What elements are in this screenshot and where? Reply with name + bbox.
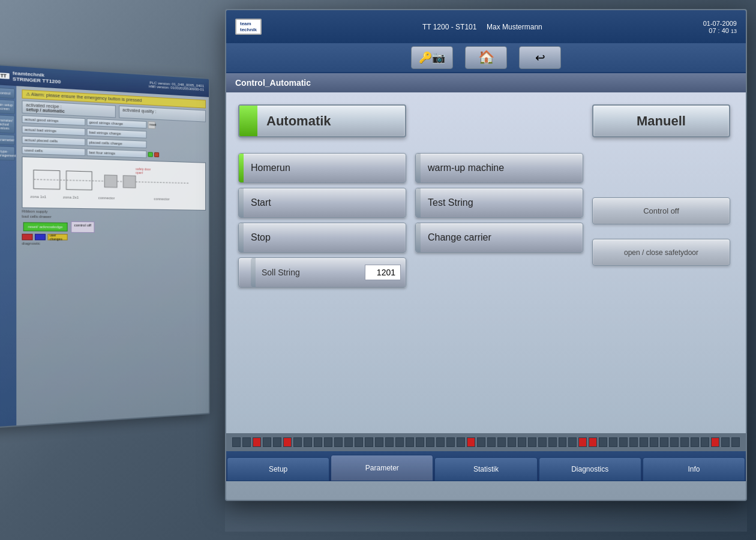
progress-cell-43 — [670, 437, 679, 447]
test-string-indicator — [416, 188, 421, 217]
manuell-label: Manuell — [637, 113, 686, 129]
safety-door-button[interactable]: open / close safetydoor — [592, 239, 730, 266]
col-middle-spacer — [415, 104, 583, 137]
bg-flags: user changes — [22, 234, 206, 241]
progress-cell-42 — [660, 437, 668, 447]
progress-cell-17 — [406, 437, 414, 447]
progress-cell-15 — [385, 437, 394, 447]
tab-setup[interactable]: Setup — [227, 457, 329, 481]
bg-sidebar-main-setup[interactable]: main setup screen — [0, 99, 15, 115]
bg-field-bad-strings: actual bad strings — [22, 125, 85, 136]
col-right: Manuell Control off open / close safetyd… — [592, 104, 730, 421]
automatik-button[interactable]: Automatik — [238, 104, 406, 137]
logo-box: team technik — [235, 19, 262, 35]
bg-field-last-hour: last four strings — [86, 149, 147, 158]
header-time: 07 : 40 13 — [703, 27, 737, 34]
warmup-label: warm-up machine — [428, 163, 504, 173]
header-date: 01-07-2009 — [703, 20, 737, 27]
progress-cell-8 — [314, 437, 322, 447]
change-carrier-button[interactable]: Change carrier — [415, 223, 583, 253]
manuell-button[interactable]: Manuell — [592, 104, 730, 137]
svg-rect-4 — [123, 176, 136, 188]
bg-sidebar-control[interactable]: control — [0, 87, 15, 98]
progress-cell-37 — [609, 437, 617, 447]
change-carrier-label: Change carrier — [428, 232, 491, 243]
bg-field-extra1: reset — [148, 121, 155, 129]
progress-cell-41 — [650, 437, 658, 447]
progress-cell-32 — [559, 437, 567, 447]
control-off-button[interactable]: Control off — [592, 197, 730, 224]
background-screen: TT feamtechnikSTRINGER TT1200 PLC versio… — [0, 64, 210, 428]
progress-cell-16 — [395, 437, 404, 447]
test-string-button[interactable]: Test String — [415, 188, 583, 218]
progress-cell-13 — [365, 437, 373, 447]
tab-diagnostics[interactable]: Diagnostics — [539, 457, 641, 481]
soll-indicator — [251, 258, 256, 287]
svg-text:connector: connector — [154, 197, 169, 201]
bg-sidebar-parameter[interactable]: parameter/ actual values — [0, 115, 15, 134]
bg-quality: activated quality : — [119, 106, 206, 122]
tab-info[interactable]: Info — [643, 457, 745, 481]
bg-bottom-section: bad cells drawer — [22, 214, 206, 220]
bg-field-good-strings-charge: good strings charge — [86, 118, 147, 128]
logo-area: team technik — [235, 19, 262, 35]
progress-cell-38 — [619, 437, 628, 447]
screen-reflection — [225, 502, 747, 532]
soll-string-input[interactable] — [365, 265, 401, 280]
back-btn[interactable]: ↩ — [519, 46, 561, 69]
bg-control-off-btn: control off — [71, 221, 95, 233]
progress-cell-45 — [691, 437, 699, 447]
soll-string-button[interactable]: Soll String — [238, 257, 406, 287]
bg-sidebar-param2[interactable]: parameter — [0, 134, 15, 145]
bg-field-bad-strings-charge: bad strings charge — [86, 128, 147, 139]
header-center: TT 1200 - ST101 Max Mustermann — [262, 23, 703, 31]
stop-indicator — [239, 223, 244, 252]
progress-cell-2 — [253, 437, 261, 447]
tab-parameter[interactable]: Parameter — [331, 455, 433, 481]
bg-user-changes[interactable]: user changes — [47, 234, 67, 241]
carrier-indicator — [416, 223, 421, 252]
col-middle: warm-up machine Test String Change carri… — [415, 104, 583, 421]
warmup-button[interactable]: warm-up machine — [415, 153, 583, 183]
bg-bad-cells: bad cells drawer — [22, 214, 51, 218]
bg-flag1 — [22, 234, 32, 241]
logo-technik: technik — [240, 27, 257, 33]
bg-led-indicators — [148, 151, 206, 160]
bg-sidebar-type[interactable]: type- management — [0, 146, 15, 161]
bg-field-placed-cells-charge: placed cells charge — [86, 139, 147, 148]
tab-statistik[interactable]: Statistik — [434, 457, 537, 481]
svg-text:zona 2x1: zona 2x1 — [63, 196, 79, 200]
progress-cell-6 — [293, 437, 302, 447]
col-left: Automatik Homerun Start Stop — [238, 104, 406, 421]
bg-field-placed-cells: actual placed cells — [22, 136, 85, 146]
progress-cell-5 — [283, 437, 292, 447]
progress-cell-44 — [680, 437, 689, 447]
progress-cell-14 — [375, 437, 383, 447]
key-camera-btn[interactable]: 🔑 📷 — [411, 46, 453, 69]
safety-door-label: open / close safetydoor — [624, 248, 698, 257]
bg-sidebar: control main setup screen parameter/ act… — [0, 85, 16, 427]
page-title: Control_Automatic — [235, 78, 311, 88]
progress-cell-31 — [548, 437, 557, 447]
back-icon: ↩ — [535, 50, 545, 65]
progress-bar-area — [226, 433, 746, 451]
header-datetime: 01-07-2009 07 : 40 13 — [703, 20, 737, 34]
start-button[interactable]: Start — [238, 188, 406, 218]
start-label: Start — [251, 197, 271, 208]
svg-text:open!: open! — [136, 171, 143, 175]
bg-field-good-strings: actual good strings — [22, 115, 85, 126]
progress-cell-47 — [711, 437, 719, 447]
homerun-button[interactable]: Homerun — [238, 153, 406, 183]
device-id: TT 1200 - ST101 — [422, 23, 477, 31]
progress-cell-18 — [416, 437, 424, 447]
bg-recipe: activated recipe :setup / automatic — [22, 100, 115, 118]
home-btn[interactable]: 🏠 — [465, 46, 507, 69]
automatik-label: Automatik — [266, 113, 331, 129]
bottom-tabs: Setup Parameter Statistik Diagnostics In… — [226, 451, 746, 481]
progress-cell-9 — [324, 437, 332, 447]
bg-diagram: zona 1x1 zona 2x1 connector connector sa… — [22, 157, 206, 211]
bg-bottom-btns: reset/ acknowledge control off — [22, 221, 206, 233]
home-icon: 🏠 — [478, 50, 494, 65]
stop-button[interactable]: Stop — [238, 223, 406, 253]
progress-cell-36 — [599, 437, 607, 447]
